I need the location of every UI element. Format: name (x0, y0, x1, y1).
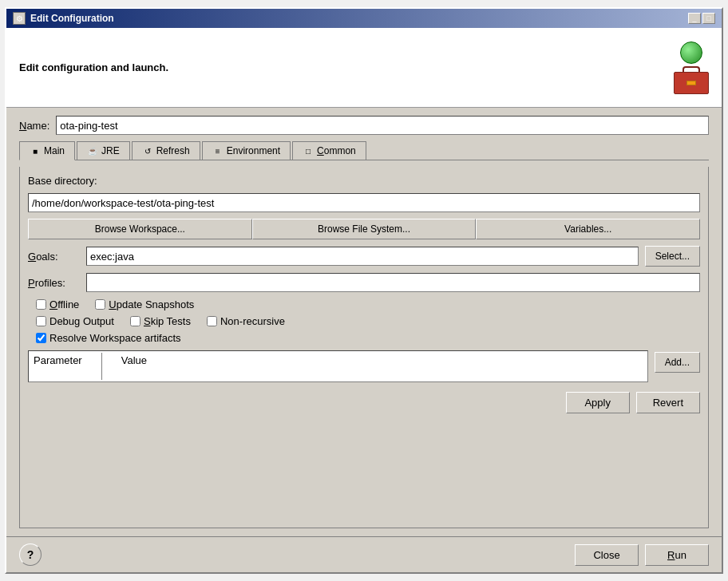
param-table-row: Parameter Value Add... (28, 350, 700, 382)
checkboxes-section: Offline Update Snapshots Debug Output Sk… (28, 298, 700, 344)
debug-output-checkbox[interactable] (36, 316, 46, 326)
run-button[interactable]: Run (645, 544, 709, 566)
non-recursive-checkbox-item: Non-recursive (207, 315, 285, 327)
revert-button[interactable]: Revert (636, 392, 700, 413)
main-tab-icon: ■ (30, 145, 41, 156)
tab-refresh[interactable]: ↺ Refresh (132, 141, 200, 160)
profiles-input[interactable] (86, 273, 700, 292)
base-dir-input[interactable] (28, 193, 700, 212)
skip-tests-label: Skip Tests (144, 315, 191, 327)
main-content: Name: ■ Main ☕ JRE ↺ Refresh ≡ Environme… (6, 108, 722, 536)
add-button[interactable]: Add... (655, 352, 700, 373)
name-row: Name: (19, 116, 709, 135)
non-recursive-label: Non-recursive (220, 315, 285, 327)
jre-tab-icon: ☕ (87, 145, 98, 156)
close-button[interactable]: Close (575, 544, 639, 566)
base-dir-label: Base directory: (28, 175, 700, 187)
offline-checkbox[interactable] (36, 299, 46, 310)
goals-input[interactable] (86, 247, 639, 266)
param-col-value: Value (118, 353, 150, 368)
name-label: Name: (19, 120, 49, 132)
tab-environment[interactable]: ≡ Environment (202, 141, 291, 160)
profiles-label: Profiles: (28, 277, 80, 289)
tab-jre[interactable]: ☕ JRE (77, 141, 130, 160)
green-circle-icon (680, 42, 702, 64)
dialog-icon: ⚙ (13, 12, 26, 25)
goals-row: Goals: Select... (28, 246, 700, 267)
select-button[interactable]: Select... (645, 246, 700, 267)
tab-common-label: Common (317, 145, 356, 156)
tab-common[interactable]: □ Common (292, 141, 366, 160)
apply-button[interactable]: Apply (566, 392, 630, 413)
resolve-workspace-label: Resolve Workspace artifacts (49, 332, 181, 344)
tab-jre-label: JRE (101, 145, 120, 156)
edit-configuration-dialog: ⚙ Edit Configuration _ □ Edit configurat… (5, 7, 723, 574)
help-button[interactable]: ? (19, 543, 42, 566)
debug-output-label: Debug Output (49, 315, 114, 327)
tab-main[interactable]: ■ Main (19, 141, 75, 160)
dialog-title: Edit Configuration (30, 13, 114, 24)
header-section: Edit configuration and launch. (6, 28, 722, 108)
update-snapshots-label: Update Snapshots (109, 298, 194, 310)
profiles-row: Profiles: (28, 273, 700, 292)
resolve-workspace-checkbox-item: Resolve Workspace artifacts (36, 332, 181, 344)
footer: ? Close Run (6, 536, 722, 572)
param-col-parameter: Parameter (30, 353, 85, 368)
refresh-tab-icon: ↺ (142, 145, 153, 156)
toolbox-icon (674, 65, 709, 94)
debug-output-checkbox-item: Debug Output (36, 315, 114, 327)
resolve-workspace-checkbox[interactable] (36, 333, 46, 343)
tab-environment-label: Environment (227, 145, 280, 156)
tab-main-label: Main (44, 145, 65, 156)
browse-filesystem-button[interactable]: Browse File System... (252, 219, 477, 239)
tabs-container: ■ Main ☕ JRE ↺ Refresh ≡ Environment □ C… (19, 141, 709, 160)
minimize-button[interactable]: _ (688, 13, 701, 24)
update-snapshots-checkbox[interactable] (95, 299, 105, 310)
param-table: Parameter Value (28, 350, 648, 382)
browse-workspace-button[interactable]: Browse Workspace... (28, 219, 252, 239)
param-col-divider (101, 353, 102, 380)
tab-refresh-label: Refresh (156, 145, 190, 156)
non-recursive-checkbox[interactable] (207, 316, 217, 326)
browse-buttons-row: Browse Workspace... Browse File System..… (28, 219, 700, 239)
variables-button[interactable]: Variables... (476, 219, 700, 239)
skip-tests-checkbox[interactable] (130, 316, 140, 326)
common-tab-icon: □ (303, 145, 314, 156)
skip-tests-checkbox-item: Skip Tests (130, 315, 191, 327)
header-text: Edit configuration and launch. (19, 61, 168, 73)
name-input[interactable] (56, 116, 709, 135)
offline-checkbox-item: Offline (36, 298, 79, 310)
update-snapshots-checkbox-item: Update Snapshots (95, 298, 194, 310)
main-panel: Base directory: Browse Workspace... Brow… (19, 167, 709, 528)
header-icon-group (674, 42, 709, 94)
goals-label: Goals: (28, 251, 80, 263)
environment-tab-icon: ≡ (212, 145, 224, 156)
offline-label: Offline (49, 298, 79, 310)
bottom-buttons-row: Apply Revert (28, 389, 700, 417)
maximize-button[interactable]: □ (702, 13, 715, 24)
title-bar: ⚙ Edit Configuration _ □ (6, 9, 722, 28)
